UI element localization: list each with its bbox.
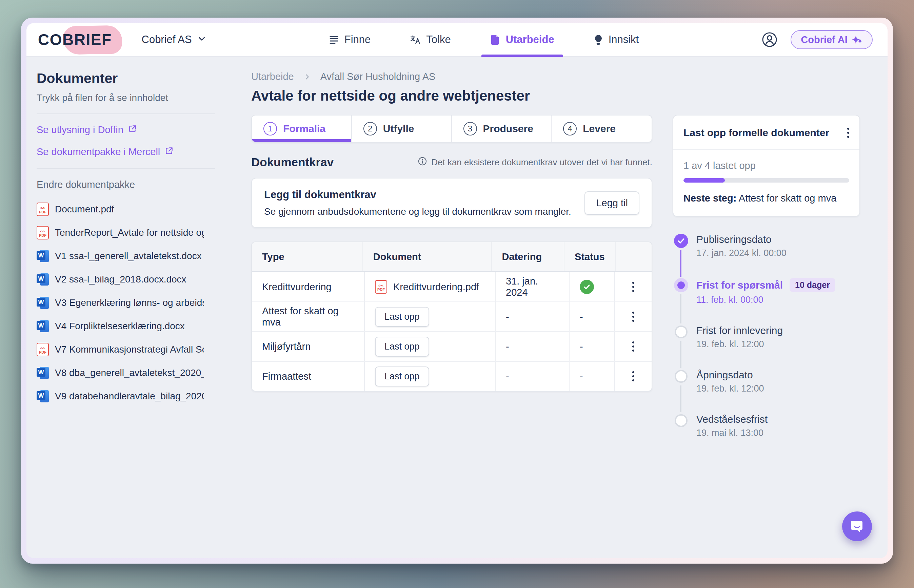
chat-widget-button[interactable] <box>842 512 872 541</box>
file-type-icon: ᨐPDF W <box>37 296 49 310</box>
sparkles-icon: ✦✦ <box>852 34 862 46</box>
timeline-label-row: Frist for spørsmål 10 dager <box>696 278 860 292</box>
file-name: V4 Forpliktelseserklæring.docx <box>55 321 185 331</box>
step-tab[interactable]: 4 Levere <box>552 115 651 142</box>
timeline-label: Publiseringsdato <box>696 234 771 245</box>
section-head: Dokumentkrav Det kan eksistere dokumentk… <box>251 155 652 169</box>
file-name: Document.pdf <box>55 204 114 215</box>
file-list-item[interactable]: ᨐPDF W V2 ssa-l_bilag_2018.docx.docx <box>37 273 215 286</box>
file-list-item[interactable]: ᨐPDF W V8 dba_generell_avtaletekst_2020_… <box>37 366 215 380</box>
cobrief-ai-button[interactable]: Cobrief AI ✦✦ <box>791 30 873 49</box>
mercell-link-label: Se dokumentpakke i Mercell <box>37 146 160 157</box>
nav-item-utarbeide[interactable]: Utarbeide <box>490 23 554 56</box>
mercell-link[interactable]: Se dokumentpakke i Mercell <box>37 146 215 157</box>
step-tab[interactable]: 2 Utfylle <box>352 115 452 142</box>
timeline-label-row: Åpningsdato <box>696 369 860 381</box>
add-requirement-button[interactable]: Legg til <box>585 191 639 215</box>
info-note-text: Det kan eksistere dokumentkrav utover de… <box>431 157 652 168</box>
file-type-icon: ᨐPDF W <box>37 320 49 333</box>
file-list-item[interactable]: ᨐPDF W V4 Forpliktelseserklæring.docx <box>37 320 215 333</box>
chevron-down-icon <box>197 34 206 46</box>
pdf-file-icon: ᨐPDF <box>37 343 49 356</box>
file-list-item[interactable]: ᨐPDF W Document.pdf <box>37 202 215 216</box>
timeline-date: 19. mai kl. 13:00 <box>696 428 860 438</box>
divider <box>37 168 215 169</box>
upload-button[interactable]: Last opp <box>375 367 429 386</box>
timeline-node-icon <box>675 370 687 383</box>
step-label: Produsere <box>483 123 533 134</box>
timeline-node-icon <box>674 234 688 248</box>
step-number-circle: 4 <box>563 122 577 136</box>
row-menu-button[interactable] <box>629 308 638 325</box>
file-type-icon: ᨐPDF W <box>37 343 49 356</box>
column-header-type: Type <box>252 242 363 271</box>
word-file-icon: W <box>37 296 49 310</box>
user-avatar[interactable] <box>762 31 778 48</box>
status-empty: - <box>580 341 583 352</box>
nav-item-finne[interactable]: Finne <box>329 23 371 56</box>
cell-datering: - <box>496 302 570 331</box>
file-list-item[interactable]: ᨐPDF W V1 ssa-l_generell_avtaletekst.doc… <box>37 249 215 263</box>
row-menu-button[interactable] <box>629 278 638 296</box>
edit-package-link[interactable]: Endre dokumentpakke <box>37 179 135 191</box>
org-switcher[interactable]: Cobrief AS <box>142 34 206 46</box>
app-window: COBRIEF Cobrief AS Finne <box>21 18 893 564</box>
upload-card-header: Last opp formelle dokumenter <box>673 115 859 150</box>
step-tab[interactable]: 3 Produsere <box>452 115 552 142</box>
timeline-item: Frist for spørsmål 10 dager 11. feb. kl.… <box>674 278 860 325</box>
progress-text: 1 av 4 lastet opp <box>684 160 849 171</box>
ai-button-label: Cobrief AI <box>801 34 847 45</box>
row-menu-button[interactable] <box>629 338 638 355</box>
translate-icon <box>410 34 421 45</box>
cell-status <box>570 272 615 302</box>
file-list-item[interactable]: ᨐPDF W V3 Egenerklæring lønns- og arbeid… <box>37 296 215 310</box>
upload-button[interactable]: Last opp <box>375 307 429 327</box>
timeline-date: 17. jan. 2024 kl. 00:00 <box>696 248 860 258</box>
upload-button[interactable]: Last opp <box>375 337 429 357</box>
cobrief-logo[interactable]: COBRIEF <box>38 31 112 49</box>
org-name: Cobrief AS <box>142 34 192 46</box>
step-number-circle: 3 <box>463 122 477 136</box>
step-tab[interactable]: 1 Formalia <box>252 115 352 142</box>
word-file-icon: W <box>37 249 49 263</box>
cell-datering: 31. jan. 2024 <box>496 272 570 302</box>
column-header-status: Status <box>564 242 616 271</box>
status-done-icon <box>580 280 594 294</box>
step-number-circle: 1 <box>263 122 277 136</box>
breadcrumb: Utarbeide Avfall Sør Husholdning AS <box>251 71 860 82</box>
file-list-item[interactable]: ᨐPDF W TenderReport_Avtale for nettside … <box>37 226 215 239</box>
file-name: V9 databehandleravtale_bilag_2020.docx <box>55 391 204 402</box>
step-label: Levere <box>583 123 616 134</box>
cell-type: Kredittvurdering <box>252 272 365 302</box>
sidebar-subtitle: Trykk på filen for å se innholdet <box>37 92 215 103</box>
header-right: Cobrief AI ✦✦ <box>762 30 873 49</box>
nav-item-tolke[interactable]: Tolke <box>410 23 451 56</box>
file-list-item[interactable]: ᨐPDF W V9 databehandleravtale_bilag_2020… <box>37 389 215 403</box>
document-icon <box>490 34 501 45</box>
doffin-link-label: Se utlysning i Doffin <box>37 124 123 136</box>
step-label: Formalia <box>283 123 326 134</box>
nav-item-innsikt[interactable]: Innsikt <box>594 23 639 56</box>
primary-nav: Finne Tolke Utarbeide <box>329 23 639 56</box>
progress-bar <box>684 178 849 183</box>
word-file-icon: W <box>37 366 49 380</box>
document-file-chip[interactable]: ᨐPDF Kredittvurdering.pdf <box>375 280 479 294</box>
column-header-document: Dokument <box>363 242 492 271</box>
cell-document: ᨐPDF Kredittvurdering.pdf Kredittvurderi… <box>365 272 496 302</box>
cell-datering: - <box>496 332 570 361</box>
timeline-item: Vedståelsesfrist 19. mai kl. 13:00 <box>674 414 860 438</box>
external-link-icon <box>128 124 137 136</box>
timeline-label: Åpningsdato <box>696 369 753 381</box>
add-card-title: Legg til dokumentkrav <box>264 189 571 201</box>
add-card-texts: Legg til dokumentkrav Se gjennom anbudsd… <box>264 189 571 217</box>
file-type-icon: ᨐPDF W <box>37 389 49 403</box>
document-file-name: Kredittvurdering.pdf <box>393 281 479 292</box>
file-list-item[interactable]: ᨐPDF W V7 Kommunikasjonstrategi Avfall S… <box>37 343 215 356</box>
chat-bubble-icon <box>849 518 865 535</box>
row-menu-button[interactable] <box>629 368 638 385</box>
card-menu-button[interactable] <box>844 124 852 141</box>
timeline-label: Vedståelsesfrist <box>696 414 768 425</box>
doffin-link[interactable]: Se utlysning i Doffin <box>37 124 215 136</box>
app-header: COBRIEF Cobrief AS Finne <box>26 23 888 57</box>
breadcrumb-parent[interactable]: Utarbeide <box>251 71 294 82</box>
